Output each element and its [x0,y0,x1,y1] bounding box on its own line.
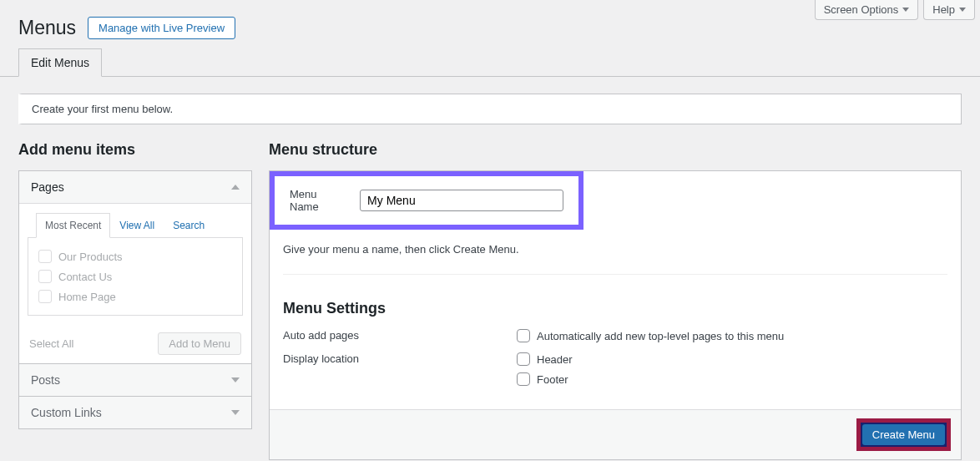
menu-name-bar: Menu Name [270,171,583,230]
add-items-title: Add menu items [18,141,252,159]
accordion-posts-label: Posts [31,373,60,387]
accordion-custom-links-label: Custom Links [31,406,102,419]
page-title: Menus [18,17,76,39]
page-item-label: Our Products [58,251,123,263]
accordion-pages-label: Pages [31,180,64,194]
header-checkbox[interactable] [517,352,530,366]
checkbox-icon [38,270,52,283]
page-item-label: Home Page [58,291,116,303]
create-menu-highlight: Create Menu [856,418,951,451]
chevron-up-icon [231,185,240,190]
checkbox-icon [38,250,52,263]
chevron-down-icon [902,8,909,12]
page-item[interactable]: Our Products [33,246,237,266]
display-location-label: Display location [283,352,517,386]
inner-tab-view-all[interactable]: View All [110,213,164,238]
checkbox-icon [38,290,52,303]
auto-add-checkbox[interactable] [517,329,530,342]
menu-settings-title: Menu Settings [283,300,947,317]
screen-options-button[interactable]: Screen Options [815,0,919,20]
page-item[interactable]: Home Page [33,286,237,306]
inner-tab-search[interactable]: Search [164,213,214,238]
help-button[interactable]: Help [923,0,975,20]
notice-message: Create your first menu below. [18,94,962,124]
help-label: Help [932,3,955,16]
inner-tab-most-recent[interactable]: Most Recent [36,213,110,238]
menu-name-input[interactable] [360,190,563,211]
accordion-posts-header[interactable]: Posts [19,363,251,396]
header-option-label: Header [537,353,573,366]
add-to-menu-button[interactable]: Add to Menu [158,332,241,355]
accordion-custom-links-header[interactable]: Custom Links [19,396,251,428]
auto-add-option-label: Automatically add new top-level pages to… [537,330,784,342]
live-preview-button[interactable]: Manage with Live Preview [88,17,235,39]
accordion-pages-header[interactable]: Pages [19,171,251,203]
tab-edit-menus[interactable]: Edit Menus [18,48,102,77]
chevron-down-icon [231,377,240,382]
chevron-down-icon [959,8,966,12]
page-item[interactable]: Contact Us [33,266,237,286]
menu-structure-title: Menu structure [269,141,962,159]
screen-options-label: Screen Options [824,3,899,16]
chevron-down-icon [231,410,240,415]
menu-name-label: Menu Name [290,188,345,213]
auto-add-label: Auto add pages [283,329,517,342]
select-all-link[interactable]: Select All [29,337,73,350]
instruction-text: Give your menu a name, then click Create… [283,243,947,275]
footer-checkbox[interactable] [517,372,530,386]
create-menu-button[interactable]: Create Menu [862,424,945,445]
footer-option-label: Footer [537,373,568,386]
page-item-label: Contact Us [58,271,112,283]
